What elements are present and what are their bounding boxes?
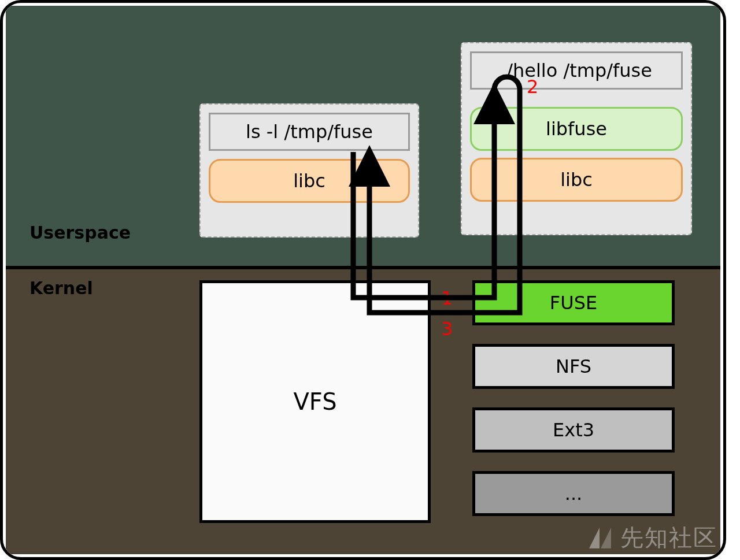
step-1: 1 <box>441 287 453 309</box>
libfuse-box: libfuse <box>470 107 683 151</box>
fuse-box: FUSE <box>472 280 675 325</box>
outer-frame: Userspace Kernel ls -l /tmp/fuse libc ./… <box>0 0 726 560</box>
cmd-ls: ls -l /tmp/fuse <box>209 113 410 151</box>
section-divider <box>6 266 720 269</box>
libc-left: libc <box>209 159 410 203</box>
more-fs-box: ... <box>472 471 675 516</box>
process-hello: ./hello /tmp/fuse libfuse libc <box>461 42 692 235</box>
step-3: 3 <box>441 318 453 340</box>
libc-right: libc <box>470 158 683 202</box>
ext3-box: Ext3 <box>472 407 675 453</box>
kernel-label: Kernel <box>29 278 93 298</box>
nfs-box: NFS <box>472 344 675 389</box>
step-2: 2 <box>527 76 538 98</box>
userspace-label: Userspace <box>29 222 131 243</box>
watermark-text: 先知社区 <box>620 522 717 554</box>
watermark: 先知社区 <box>586 522 717 554</box>
diagram-canvas: Userspace Kernel ls -l /tmp/fuse libc ./… <box>0 0 726 560</box>
process-ls: ls -l /tmp/fuse libc <box>199 103 419 238</box>
vfs-box: VFS <box>199 280 431 523</box>
cmd-hello: ./hello /tmp/fuse <box>470 51 683 90</box>
watermark-logo-icon <box>586 524 613 552</box>
